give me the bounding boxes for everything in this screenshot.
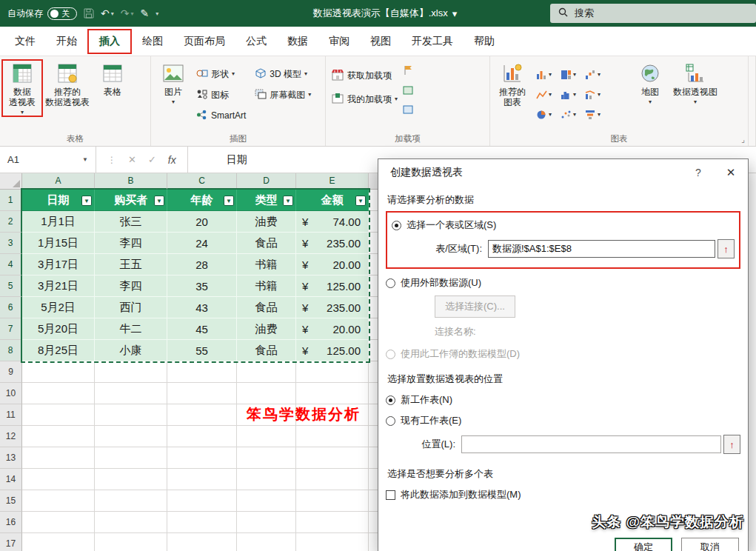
cell-E12[interactable] bbox=[296, 426, 369, 447]
row-header-8[interactable]: 8 bbox=[0, 340, 22, 361]
column-header-E[interactable]: E bbox=[296, 173, 369, 190]
radio-select-table-range[interactable]: 选择一个表或区域(S) bbox=[392, 218, 735, 232]
cancel-entry-icon[interactable]: ✕ bbox=[128, 154, 136, 165]
cell-E10[interactable] bbox=[296, 383, 369, 404]
waterfall-chart-button[interactable]: ▾ bbox=[585, 65, 609, 84]
radio-external-source[interactable]: 使用外部数据源(U) bbox=[386, 276, 740, 290]
cell-B12[interactable] bbox=[95, 426, 167, 447]
cell-C2[interactable]: 20 bbox=[167, 211, 237, 233]
cell-A5[interactable]: 3月21日 bbox=[22, 276, 95, 297]
cell-E3[interactable]: ¥235.00 bbox=[296, 233, 369, 254]
location-picker-button[interactable]: ↑ bbox=[723, 435, 740, 454]
pivotchart-button[interactable]: 数据透视图 ▾ bbox=[671, 61, 720, 105]
cell-B16[interactable] bbox=[95, 512, 167, 533]
search-box[interactable]: 搜索 bbox=[550, 4, 756, 23]
cell-C1[interactable]: 年龄▼ bbox=[167, 190, 237, 211]
cell-D4[interactable]: 书籍 bbox=[237, 254, 296, 276]
cell-B15[interactable] bbox=[95, 490, 167, 512]
cell-C7[interactable]: 45 bbox=[167, 318, 237, 340]
column-header-A[interactable]: A bbox=[22, 173, 95, 190]
cell-B4[interactable]: 王五 bbox=[95, 254, 167, 276]
cell-E9[interactable] bbox=[296, 361, 369, 383]
addin-small-icon[interactable] bbox=[403, 104, 413, 117]
row-header-16[interactable]: 16 bbox=[0, 512, 22, 533]
row-header-3[interactable]: 3 bbox=[0, 233, 22, 254]
cell-C4[interactable]: 28 bbox=[167, 254, 237, 276]
cell-D8[interactable]: 食品 bbox=[237, 340, 296, 361]
cell-D16[interactable] bbox=[237, 512, 296, 533]
cell-C6[interactable]: 43 bbox=[167, 297, 237, 318]
smartart-button[interactable]: SmartArt bbox=[194, 107, 248, 124]
cell-C14[interactable] bbox=[167, 469, 237, 490]
row-header-4[interactable]: 4 bbox=[0, 254, 22, 276]
cell-D1[interactable]: 类型▼ bbox=[237, 190, 296, 211]
range-input[interactable] bbox=[488, 240, 715, 258]
cell-C9[interactable] bbox=[167, 361, 237, 383]
cell-A6[interactable]: 5月2日 bbox=[22, 297, 95, 318]
range-picker-button[interactable]: ↑ bbox=[717, 239, 735, 258]
help-icon[interactable]: ? bbox=[683, 167, 714, 178]
tab-help[interactable]: 帮助 bbox=[464, 27, 505, 56]
cell-E15[interactable] bbox=[296, 490, 369, 512]
recommended-pivottables-button[interactable]: 推荐的 数据透视表 bbox=[43, 61, 92, 107]
scatter-chart-button[interactable]: ▾ bbox=[561, 105, 584, 124]
cell-A16[interactable] bbox=[22, 512, 95, 533]
filter-button[interactable]: ▼ bbox=[355, 196, 366, 206]
flag-icon[interactable] bbox=[403, 65, 413, 79]
ok-button[interactable]: 确定 bbox=[615, 538, 672, 551]
row-header-6[interactable]: 6 bbox=[0, 297, 22, 318]
cell-B5[interactable]: 李四 bbox=[95, 276, 167, 297]
cell-B11[interactable] bbox=[95, 404, 167, 426]
cell-E16[interactable] bbox=[296, 512, 369, 533]
undo-button[interactable]: ↶▾ bbox=[101, 7, 114, 19]
radio-icon[interactable] bbox=[386, 416, 395, 426]
filter-button[interactable]: ▼ bbox=[81, 196, 92, 206]
tab-draw[interactable]: 绘图 bbox=[132, 27, 173, 56]
cancel-button[interactable]: 取消 bbox=[681, 538, 739, 551]
row-header-15[interactable]: 15 bbox=[0, 490, 22, 512]
row-header-14[interactable]: 14 bbox=[0, 469, 22, 490]
cell-A11[interactable] bbox=[22, 404, 95, 426]
statistic-chart-button[interactable]: ▾ bbox=[561, 85, 584, 104]
cell-D3[interactable]: 食品 bbox=[237, 233, 296, 254]
cell-D6[interactable]: 食品 bbox=[237, 297, 296, 318]
cell-A15[interactable] bbox=[22, 490, 95, 512]
cell-A9[interactable] bbox=[22, 361, 95, 383]
line-chart-button[interactable]: ▾ bbox=[536, 85, 560, 104]
funnel-chart-button[interactable]: ▾ bbox=[585, 105, 609, 124]
cell-D17[interactable] bbox=[237, 533, 296, 551]
cell-B8[interactable]: 小康 bbox=[95, 340, 167, 361]
icons-button[interactable]: 图标 bbox=[194, 86, 248, 104]
cell-A10[interactable] bbox=[22, 383, 95, 404]
cell-E14[interactable] bbox=[296, 469, 369, 490]
cell-D2[interactable]: 油费 bbox=[237, 211, 296, 233]
cell-C17[interactable] bbox=[167, 533, 237, 551]
cell-A1[interactable]: 日期▼ bbox=[22, 190, 95, 211]
cell-C13[interactable] bbox=[167, 447, 237, 469]
cell-D13[interactable] bbox=[237, 447, 296, 469]
cell-E1[interactable]: 金额▼ bbox=[296, 190, 369, 211]
name-box-dropdown-icon[interactable]: ▼ bbox=[82, 156, 88, 163]
cell-A14[interactable] bbox=[22, 469, 95, 490]
cell-B10[interactable] bbox=[95, 383, 167, 404]
cell-D5[interactable]: 书籍 bbox=[237, 276, 296, 297]
cell-B9[interactable] bbox=[95, 361, 167, 383]
cell-B3[interactable]: 李四 bbox=[95, 233, 167, 254]
pie-chart-button[interactable]: ▾ bbox=[536, 105, 560, 124]
radio-selected-icon[interactable] bbox=[392, 221, 401, 230]
location-input[interactable] bbox=[461, 435, 721, 453]
cell-A2[interactable]: 1月1日 bbox=[22, 211, 95, 233]
row-header-13[interactable]: 13 bbox=[0, 447, 22, 469]
cell-C10[interactable] bbox=[167, 383, 237, 404]
table-button[interactable]: 表格 bbox=[93, 61, 132, 97]
cell-E2[interactable]: ¥74.00 bbox=[296, 211, 369, 233]
cell-B2[interactable]: 张三 bbox=[95, 211, 167, 233]
cell-D7[interactable]: 油费 bbox=[237, 318, 296, 340]
radio-data-model[interactable]: 使用此工作簿的数据模型(D) bbox=[386, 347, 740, 361]
radio-icon[interactable] bbox=[386, 278, 395, 288]
name-box[interactable]: A1 ▼ bbox=[0, 147, 96, 173]
tab-view[interactable]: 视图 bbox=[360, 27, 401, 56]
cell-C16[interactable] bbox=[167, 512, 237, 533]
my-addins-button[interactable]: 我的加载项 ▾ bbox=[329, 90, 400, 108]
row-header-1[interactable]: 1 bbox=[0, 190, 22, 211]
